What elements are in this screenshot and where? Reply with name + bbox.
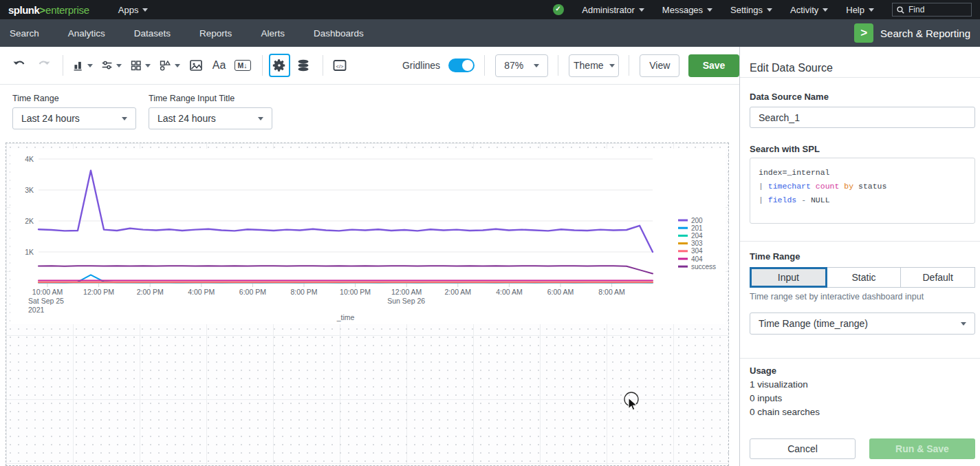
redo-button[interactable] [33, 55, 54, 76]
health-check-icon[interactable] [553, 4, 564, 15]
database-icon [296, 58, 311, 73]
topbar: splunk>enterprise Apps Administrator Mes… [0, 0, 980, 19]
find-search[interactable] [892, 3, 972, 17]
panel-divider [740, 241, 980, 242]
toolbar-separator [629, 55, 629, 76]
toolbar-separator [63, 55, 63, 76]
settings-menu[interactable]: Settings [730, 5, 772, 15]
line-chart-widget[interactable]: 1K2K3K4K10:00 AMSat Sep 25202112:00 PM2:… [10, 149, 726, 324]
edit-data-source-panel: Edit Data Source Data Source Name Search… [739, 47, 980, 466]
logo-enterprise: enterprise [45, 4, 89, 16]
app-badge[interactable]: > Search & Reporting [854, 23, 970, 43]
svg-text:Sun Sep 26: Sun Sep 26 [387, 297, 425, 305]
dashboard-canvas[interactable]: 1K2K3K4K10:00 AMSat Sep 25202112:00 PM2:… [6, 142, 729, 466]
activity-menu[interactable]: Activity [790, 5, 828, 15]
add-chart-button[interactable] [69, 55, 96, 76]
svg-text:303: 303 [691, 240, 703, 247]
nav-dashboards[interactable]: Dashboards [314, 28, 364, 39]
time-range-dropdown[interactable]: Last 24 hours [12, 107, 136, 129]
splunk-dashboard-editor: splunk>enterprise Apps Administrator Mes… [0, 0, 980, 466]
tab-input[interactable]: Input [750, 267, 827, 288]
time-range-binding-dropdown[interactable]: Time Range (time_range) [750, 313, 975, 335]
save-button-label: Save [703, 60, 726, 71]
time-range-mode-tabs: Input Static Default [750, 267, 975, 288]
usage-title: Usage [750, 366, 776, 376]
logo-gt: > [39, 4, 45, 16]
time-range-input-label: Time Range [12, 94, 59, 103]
chevron-down-icon [609, 64, 615, 67]
save-button[interactable]: Save [688, 54, 739, 77]
layout-grid-button[interactable] [127, 55, 153, 76]
grid-icon [130, 59, 142, 72]
gridlines-toggle[interactable] [448, 59, 475, 72]
usage-chain-searches: 0 chain searches [750, 407, 820, 417]
source-editor-button[interactable]: </> [329, 55, 350, 76]
nav-search[interactable]: Search [10, 28, 39, 39]
status-timechart: 1K2K3K4K10:00 AMSat Sep 25202112:00 PM2:… [10, 149, 726, 324]
help-menu-label: Help [846, 5, 864, 15]
run-save-button[interactable]: Run & Save [869, 438, 975, 459]
messages-menu[interactable]: Messages [662, 5, 712, 15]
view-button[interactable]: View [640, 54, 679, 77]
add-text-button[interactable]: Aa [209, 55, 230, 76]
splunk-logo[interactable]: splunk>enterprise [8, 4, 89, 16]
time-range-binding-value: Time Range (time_range) [759, 318, 868, 329]
gear-icon [272, 58, 287, 73]
time-range-title-dropdown[interactable]: Last 24 hours [149, 107, 272, 129]
app-name: Search & Reporting [880, 28, 970, 39]
svg-text:4K: 4K [25, 155, 34, 163]
svg-text:201: 201 [691, 224, 703, 232]
svg-text:8:00 PM: 8:00 PM [290, 288, 317, 296]
toolbar-separator [262, 55, 263, 76]
undo-button[interactable] [10, 55, 30, 76]
nav-datasets[interactable]: Datasets [134, 28, 171, 39]
apps-menu[interactable]: Apps [118, 5, 149, 15]
nav-alerts[interactable]: Alerts [261, 28, 285, 39]
svg-text:12:00 AM: 12:00 AM [391, 288, 422, 296]
tab-default[interactable]: Default [901, 267, 975, 288]
chevron-down-icon [122, 117, 127, 120]
administrator-menu[interactable]: Administrator [582, 5, 644, 15]
sliders-icon [101, 59, 113, 72]
data-sources-button[interactable] [293, 55, 314, 76]
tab-static[interactable]: Static [827, 267, 902, 288]
nav-analytics[interactable]: Analytics [68, 28, 105, 39]
svg-text:204: 204 [691, 232, 703, 240]
chevron-down-icon [534, 64, 539, 67]
cancel-button[interactable]: Cancel [750, 438, 856, 459]
find-search-input[interactable] [908, 5, 963, 14]
svg-text:_time: _time [336, 313, 355, 321]
svg-text:3K: 3K [25, 186, 34, 194]
svg-text:2K: 2K [25, 217, 34, 225]
chevron-down-icon [87, 64, 93, 67]
view-button-label: View [649, 60, 670, 71]
svg-text:10:00 AM: 10:00 AM [32, 288, 63, 296]
add-input-button[interactable] [98, 55, 124, 76]
time-range-section-label: Time Range [750, 251, 800, 262]
chevron-down-icon [639, 8, 644, 12]
app-nav-bar: Search Analytics Datasets Reports Alerts… [0, 19, 980, 47]
add-markdown-button[interactable]: M↓ [232, 55, 253, 76]
bar-chart-icon [72, 59, 84, 72]
toggle-knob [462, 60, 473, 71]
chevron-down-icon [145, 64, 151, 67]
svg-text:2:00 AM: 2:00 AM [445, 288, 472, 296]
chevron-down-icon [175, 64, 180, 67]
toolbar-separator [323, 55, 323, 76]
svg-text:6:00 AM: 6:00 AM [547, 288, 574, 296]
nav-reports[interactable]: Reports [199, 28, 232, 39]
data-source-name-label: Data Source Name [750, 92, 829, 102]
svg-text:10:00 PM: 10:00 PM [340, 288, 371, 296]
gridlines-label: Gridlines [402, 60, 440, 71]
data-source-name-input[interactable] [750, 107, 975, 128]
gridlines-control: Gridlines [402, 59, 475, 72]
spl-code-editor[interactable]: index=_internal| timechart count by stat… [750, 158, 975, 224]
help-menu[interactable]: Help [846, 5, 874, 15]
time-range-title-dropdown-value: Last 24 hours [157, 113, 216, 124]
theme-dropdown[interactable]: Theme [569, 54, 619, 77]
add-shape-button[interactable] [156, 55, 182, 76]
chevron-down-icon [823, 8, 828, 12]
zoom-level-dropdown[interactable]: 87% [495, 54, 548, 77]
add-image-button[interactable] [186, 55, 206, 76]
configuration-panel-button[interactable] [269, 54, 290, 77]
